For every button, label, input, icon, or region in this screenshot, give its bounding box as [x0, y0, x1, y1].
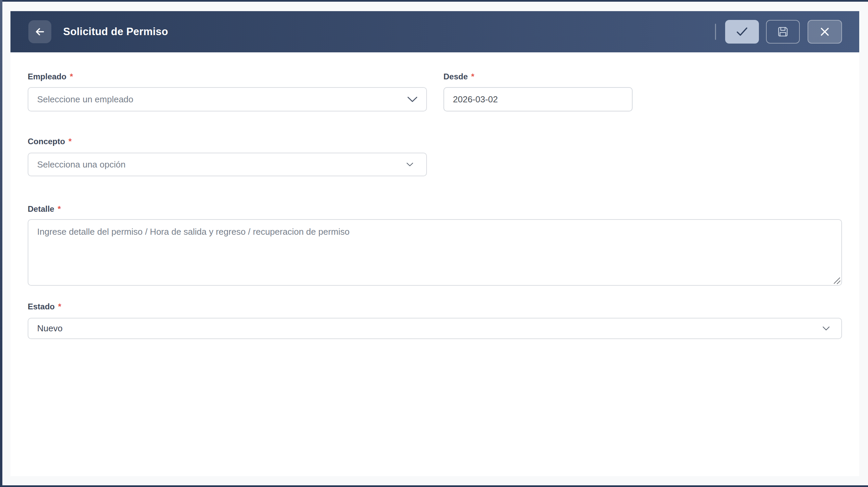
window-frame-top — [0, 0, 868, 2]
detalle-label-text: Detalle — [28, 204, 54, 214]
check-icon — [736, 27, 748, 37]
window-frame-left — [0, 0, 2, 487]
concepto-label-text: Concepto — [28, 137, 65, 146]
app-window: Solicitud de Permiso — [0, 0, 868, 487]
empleado-select-value: Seleccione un empleado — [37, 94, 133, 105]
empleado-select[interactable]: Seleccione un empleado — [28, 87, 427, 111]
estado-label-text: Estado — [28, 302, 55, 311]
detalle-label: Detalle* — [28, 204, 61, 214]
required-asterisk: * — [58, 302, 61, 311]
close-button[interactable] — [808, 20, 842, 44]
permission-request-card: Solicitud de Permiso — [10, 11, 859, 476]
back-button[interactable] — [28, 20, 51, 43]
card-header: Solicitud de Permiso — [10, 11, 859, 52]
confirm-button[interactable] — [725, 20, 759, 44]
concepto-select-value: Selecciona una opción — [37, 159, 126, 170]
desde-label: Desde* — [443, 72, 474, 81]
chevron-down-icon — [407, 97, 417, 102]
required-asterisk: * — [58, 204, 61, 214]
estado-select-value: Nuevo — [37, 323, 62, 334]
required-asterisk: * — [69, 137, 72, 146]
estado-select[interactable]: Nuevo — [28, 318, 842, 339]
desde-label-text: Desde — [443, 72, 468, 81]
arrow-left-icon — [34, 26, 46, 37]
close-icon — [820, 27, 830, 37]
chevron-down-icon — [406, 162, 413, 166]
window-frame-bottom — [0, 485, 868, 487]
chevron-down-icon — [822, 326, 830, 331]
detalle-textarea[interactable] — [28, 219, 842, 286]
estado-label: Estado* — [28, 302, 61, 311]
desde-date-input[interactable] — [443, 87, 633, 111]
header-divider — [715, 24, 716, 40]
required-asterisk: * — [70, 72, 73, 81]
required-asterisk: * — [471, 72, 474, 81]
page-title: Solicitud de Permiso — [63, 11, 168, 52]
concepto-label: Concepto* — [28, 137, 72, 146]
empleado-label-text: Empleado — [28, 72, 67, 81]
concepto-select[interactable]: Selecciona una opción — [28, 153, 427, 176]
empleado-label: Empleado* — [28, 72, 73, 81]
save-icon — [776, 25, 789, 38]
save-button[interactable] — [766, 20, 800, 44]
